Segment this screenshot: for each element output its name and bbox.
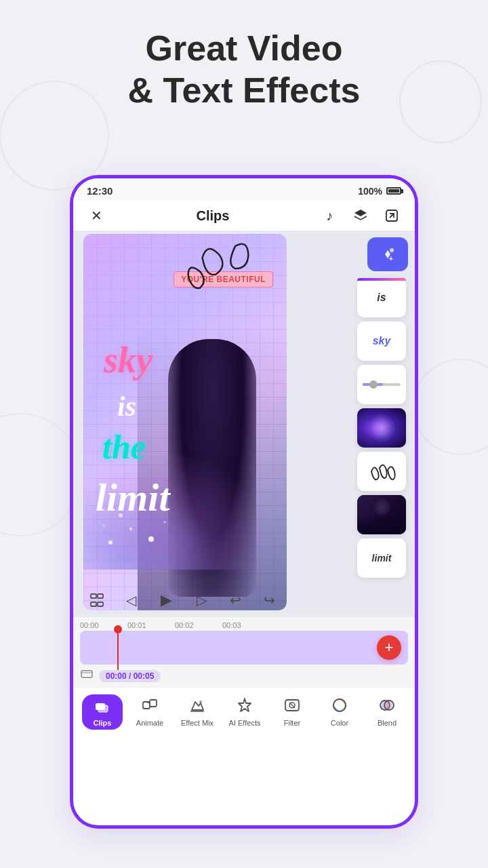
svg-point-2 [0, 414, 81, 536]
play-button[interactable]: ▶ [152, 587, 180, 614]
timeline-label-row: 00:00 / 00:05 [73, 665, 415, 687]
animate-icon [139, 694, 161, 716]
app-title: Clips [197, 208, 230, 224]
svg-point-13 [102, 524, 105, 527]
toolbar-item-filter[interactable]: Filter [268, 694, 316, 727]
canvas-text-sky: sky [104, 339, 152, 381]
svg-point-10 [148, 536, 154, 542]
next-button[interactable]: ▷ [190, 588, 214, 612]
svg-rect-18 [91, 602, 96, 606]
svg-text:+: + [389, 255, 393, 262]
color-icon [329, 694, 350, 716]
canvas-text-the: the [102, 427, 146, 467]
export-icon[interactable] [382, 206, 401, 225]
status-bar: 12:30 100% [73, 178, 415, 201]
svg-point-11 [163, 521, 166, 524]
timeline-track[interactable]: + [80, 631, 408, 665]
ai-effects-label: AI Effects [229, 719, 261, 727]
canvas-text-is: is [117, 390, 136, 422]
blend-label: Blend [378, 719, 396, 727]
svg-point-8 [108, 540, 113, 545]
battery-icon [386, 187, 401, 195]
fullscreen-button[interactable] [85, 588, 109, 612]
sparkles [97, 502, 178, 556]
panel-card-doodle[interactable] [357, 452, 406, 491]
svg-rect-24 [150, 700, 157, 707]
close-button[interactable]: ✕ [87, 206, 106, 225]
ai-enhance-button[interactable]: + [367, 237, 408, 271]
prev-button[interactable]: ◁ [119, 588, 143, 612]
panel-card-sky[interactable]: sky [357, 321, 406, 361]
svg-point-9 [129, 528, 132, 530]
video-canvas: YOU'RE BEAUTIFUL sky is the limit [83, 234, 287, 610]
blend-icon [376, 694, 398, 716]
top-bar: ✕ Clips ♪ [73, 201, 415, 231]
ruler-mark-1: 00:01 [127, 621, 175, 629]
toolbar-item-ai-effects[interactable]: AI Effects [221, 694, 268, 727]
status-time: 12:30 [87, 185, 113, 197]
top-bar-icons: ♪ [320, 206, 401, 225]
timeline-area: 00:00 00:01 00:02 00:03 + 00:00 / 00:05 [73, 617, 415, 687]
svg-point-26 [199, 701, 202, 703]
svg-point-3 [413, 359, 488, 454]
svg-point-12 [119, 513, 123, 517]
title-line2: & Text Effects [128, 71, 361, 110]
svg-point-32 [333, 699, 346, 711]
clips-label: Clips [92, 719, 113, 727]
panel-card-galaxy[interactable] [357, 408, 406, 448]
svg-rect-22 [98, 705, 108, 712]
toolbar-item-effect-mix[interactable]: Effect Mix [174, 694, 221, 727]
layers-icon[interactable] [351, 206, 370, 225]
svg-marker-27 [239, 698, 251, 711]
svg-marker-5 [354, 210, 367, 216]
panel-card-limit-text: limit [372, 553, 392, 564]
time-indicator: 00:00 / 00:05 [99, 670, 161, 682]
filter-label: Filter [284, 719, 300, 727]
panel-card-is[interactable]: is [357, 278, 406, 317]
canvas-controls: ◁ ▶ ▷ ↩ ↪ [73, 587, 293, 614]
add-clip-button[interactable]: + [377, 635, 401, 660]
panel-card-limit[interactable]: limit [357, 538, 406, 578]
phone-mockup: 12:30 100% ✕ Clips ♪ [71, 176, 417, 827]
clips-icon [92, 697, 113, 719]
side-panel: + is sky [357, 237, 411, 578]
filter-icon [281, 694, 303, 716]
color-label: Color [331, 719, 348, 727]
panel-card-sky-text: sky [373, 335, 391, 347]
clip-icon [80, 667, 94, 684]
ruler-mark-2: 00:02 [175, 621, 222, 629]
ai-effects-icon [234, 694, 256, 716]
canvas-area: YOU'RE BEAUTIFUL sky is the limit [73, 231, 415, 617]
svg-rect-17 [98, 594, 103, 598]
effect-mix-label: Effect Mix [181, 719, 214, 727]
ruler-mark-3: 00:03 [222, 621, 270, 629]
battery-percent: 100% [358, 186, 382, 197]
svg-point-34 [384, 701, 394, 710]
panel-card-dark-photo[interactable] [357, 495, 406, 534]
music-icon[interactable]: ♪ [320, 206, 339, 225]
panel-card-is-text: is [377, 292, 386, 304]
toolbar-item-clips[interactable]: Clips [79, 694, 126, 730]
page-title: Great Video & Text Effects [0, 27, 488, 112]
timeline-ruler: 00:00 00:01 00:02 00:03 [73, 617, 415, 631]
animate-label: Animate [136, 719, 163, 727]
svg-rect-20 [81, 671, 92, 677]
undo-button[interactable]: ↩ [224, 588, 248, 612]
svg-rect-19 [98, 602, 103, 606]
status-right: 100% [358, 186, 401, 197]
effect-mix-icon [186, 694, 208, 716]
toolbar-item-animate[interactable]: Animate [126, 694, 174, 727]
bottom-toolbar: Clips Animate Effec [73, 687, 415, 735]
svg-rect-16 [91, 594, 96, 598]
svg-point-14 [390, 248, 394, 252]
panel-card-slider[interactable] [357, 365, 406, 404]
title-line1: Great Video [146, 28, 343, 68]
toolbar-item-blend[interactable]: Blend [363, 694, 411, 727]
redo-button[interactable]: ↪ [258, 588, 282, 612]
timeline-cursor [117, 625, 119, 670]
toolbar-item-color[interactable]: Color [316, 694, 363, 727]
